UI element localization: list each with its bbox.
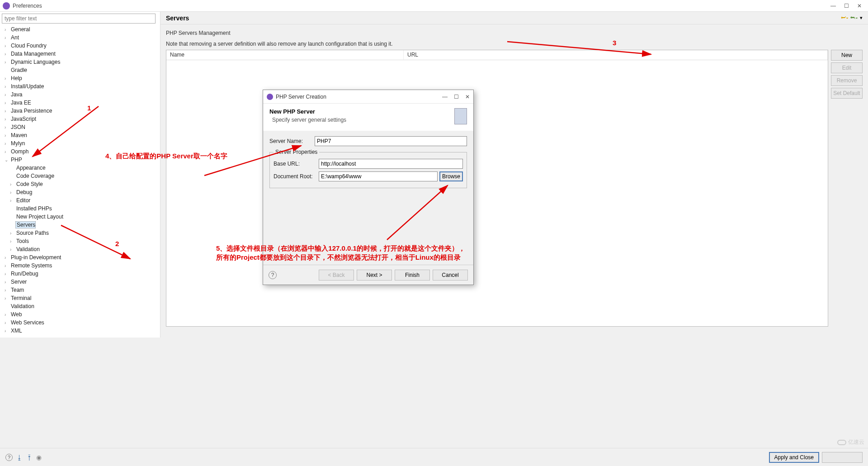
content-note: Note that removing a server definition w… xyxy=(166,41,863,47)
window-title: Preferences xyxy=(13,3,830,9)
help-icon[interactable]: ? xyxy=(269,271,277,279)
import-icon[interactable]: ⭳ xyxy=(16,454,23,461)
tree-item-code-coverage[interactable]: Code Coverage xyxy=(2,172,158,180)
apply-and-close-button[interactable]: Apply and Close xyxy=(769,452,819,463)
tree-item-servers[interactable]: Servers xyxy=(2,221,158,229)
help-icon[interactable]: ? xyxy=(5,454,13,461)
dialog-heading: New PHP Server xyxy=(269,108,454,115)
server-properties-legend: Server Properties xyxy=(274,149,319,155)
finish-button[interactable]: Finish xyxy=(395,270,430,281)
nav-arrows: ⮨▾ ⮪▾ ▾ xyxy=(841,15,863,21)
tree-item-gradle[interactable]: Gradle xyxy=(2,66,158,74)
tree-item-installed-phps[interactable]: Installed PHPs xyxy=(2,204,158,213)
tree-item-mylyn[interactable]: ›Mylyn xyxy=(2,139,158,147)
tree-item-java-ee[interactable]: ›Java EE xyxy=(2,99,158,107)
dialog-titlebar: PHP Server Creation — ☐ ✕ xyxy=(263,90,473,104)
dialog-footer: ? < Back Next > Finish Cancel xyxy=(263,265,473,285)
tree-item-debug[interactable]: ›Debug xyxy=(2,188,158,196)
titlebar: Preferences — ☐ ✕ xyxy=(0,0,868,12)
document-root-input[interactable] xyxy=(319,171,438,181)
close-icon[interactable]: ✕ xyxy=(857,3,862,9)
dialog-title: PHP Server Creation xyxy=(276,94,442,100)
dialog-maximize-icon[interactable]: ☐ xyxy=(454,94,459,100)
tree-item-tools[interactable]: ›Tools xyxy=(2,237,158,245)
column-name[interactable]: Name xyxy=(166,50,404,60)
cloud-icon xyxy=(837,440,846,445)
tree-item-validation[interactable]: ›Validation xyxy=(2,245,158,253)
tree-item-ant[interactable]: ›Ant xyxy=(2,33,158,42)
tree-item-dynamic-languages[interactable]: ›Dynamic Languages xyxy=(2,58,158,66)
tree-item-terminal[interactable]: ›Terminal xyxy=(2,294,158,302)
tree-item-code-style[interactable]: ›Code Style xyxy=(2,180,158,188)
server-name-input[interactable] xyxy=(315,136,467,146)
content-header: Servers ⮨▾ ⮪▾ ▾ xyxy=(160,12,868,24)
tree-item-data-management[interactable]: ›Data Management xyxy=(2,50,158,58)
set-default-button[interactable]: Set Default xyxy=(831,88,863,99)
watermark: 亿速云 xyxy=(837,438,864,446)
nav-back-icon[interactable]: ⮨▾ xyxy=(841,15,849,21)
maximize-icon[interactable]: ☐ xyxy=(844,3,849,9)
oomph-icon[interactable]: ◉ xyxy=(36,454,42,461)
remove-button[interactable]: Remove xyxy=(831,75,863,86)
nav-forward-icon[interactable]: ⮪▾ xyxy=(850,15,858,21)
eclipse-icon xyxy=(267,94,273,100)
edit-button[interactable]: Edit xyxy=(831,62,863,73)
eclipse-icon xyxy=(3,2,10,10)
tree-item-web[interactable]: ›Web xyxy=(2,310,158,319)
tree-item-cloud-foundry[interactable]: ›Cloud Foundry xyxy=(2,42,158,50)
dialog-banner: New PHP Server Specify server general se… xyxy=(263,104,473,131)
document-root-label: Document Root: xyxy=(274,173,319,180)
tree-item-help[interactable]: ›Help xyxy=(2,74,158,82)
php-server-creation-dialog: PHP Server Creation — ☐ ✕ New PHP Server… xyxy=(263,90,474,285)
preferences-sidebar: ›General›Ant›Cloud Foundry›Data Manageme… xyxy=(0,12,160,338)
tree-item-team[interactable]: ›Team xyxy=(2,286,158,294)
base-url-label: Base URL: xyxy=(274,161,319,167)
export-icon[interactable]: ⭱ xyxy=(26,454,33,461)
tree-item-javascript[interactable]: ›JavaScript xyxy=(2,115,158,123)
tree-item-xml[interactable]: ›XML xyxy=(2,327,158,335)
browse-button[interactable]: Browse xyxy=(439,171,463,181)
tree-item-java[interactable]: ›Java xyxy=(2,90,158,99)
filter-input[interactable] xyxy=(2,14,156,24)
tree-item-php[interactable]: ⌄PHP xyxy=(2,156,158,164)
tree-item-new-project-layout[interactable]: New Project Layout xyxy=(2,213,158,221)
cancel-button[interactable]: Cancel xyxy=(433,270,468,281)
tree-item-general[interactable]: ›General xyxy=(2,25,158,33)
server-banner-icon xyxy=(454,108,467,124)
server-name-label: Server Name: xyxy=(269,138,315,144)
tree-item-java-persistence[interactable]: ›Java Persistence xyxy=(2,107,158,115)
tree-item-server[interactable]: ›Server xyxy=(2,278,158,286)
column-url[interactable]: URL xyxy=(404,50,828,60)
tree-item-validation[interactable]: Validation xyxy=(2,302,158,310)
dialog-close-icon[interactable]: ✕ xyxy=(465,94,470,100)
tree-item-json[interactable]: ›JSON xyxy=(2,123,158,131)
server-properties-fieldset: Server Properties Base URL: Document Roo… xyxy=(269,149,467,188)
tree-item-appearance[interactable]: Appearance xyxy=(2,164,158,172)
content-subtitle: PHP Servers Management xyxy=(166,30,863,36)
tree-item-remote-systems[interactable]: ›Remote Systems xyxy=(2,262,158,270)
tree-item-install-update[interactable]: ›Install/Update xyxy=(2,82,158,90)
tree-item-run-debug[interactable]: ›Run/Debug xyxy=(2,270,158,278)
new-button[interactable]: New xyxy=(831,50,863,61)
dialog-subheading: Specify server general settings xyxy=(269,117,454,123)
page-title: Servers xyxy=(166,14,841,22)
tree-item-source-paths[interactable]: ›Source Paths xyxy=(2,229,158,237)
tree-item-oomph[interactable]: ›Oomph xyxy=(2,147,158,156)
next-button[interactable]: Next > xyxy=(357,270,392,281)
preferences-tree[interactable]: ›General›Ant›Cloud Foundry›Data Manageme… xyxy=(2,25,158,336)
back-button[interactable]: < Back xyxy=(319,270,354,281)
tree-item-editor[interactable]: ›Editor xyxy=(2,196,158,204)
nav-menu-icon[interactable]: ▾ xyxy=(860,15,863,21)
bottom-cancel-button[interactable] xyxy=(822,452,863,463)
tree-item-web-services[interactable]: ›Web Services xyxy=(2,319,158,327)
window-controls: — ☐ ✕ xyxy=(830,3,865,9)
tree-item-plug-in-development[interactable]: ›Plug-in Development xyxy=(2,253,158,262)
minimize-icon[interactable]: — xyxy=(830,3,836,9)
tree-item-maven[interactable]: ›Maven xyxy=(2,131,158,139)
bottom-bar: ? ⭳ ⭱ ◉ Apply and Close xyxy=(0,448,868,466)
base-url-input[interactable] xyxy=(319,159,463,169)
dialog-minimize-icon[interactable]: — xyxy=(442,94,448,100)
